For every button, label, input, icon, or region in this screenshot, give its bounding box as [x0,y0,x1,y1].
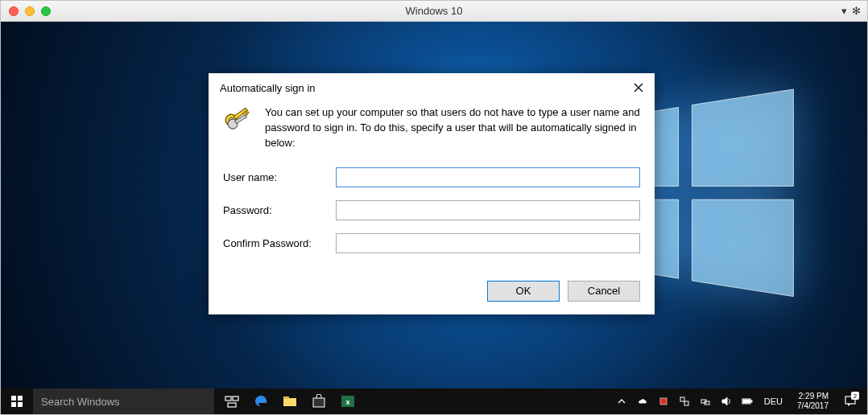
system-tray: DEU 2:29 PM 7/4/2017 2 [614,388,862,414]
action-center-icon[interactable]: 2 [840,388,861,414]
confirm-password-row: Confirm Password: [223,233,640,253]
dialog-button-row: OK Cancel [209,279,655,314]
confirm-password-label: Confirm Password: [223,237,336,249]
svg-rect-21 [283,397,289,399]
tray-vm-tools-icon[interactable] [677,394,692,409]
username-row: User name: [223,167,640,187]
tray-battery-icon[interactable] [740,394,754,409]
vm-controls: ▾ ✻ [841,5,861,17]
auto-signin-dialog: Automatically sign in [209,73,655,314]
username-label: User name: [223,171,336,183]
excel-icon[interactable]: x [333,388,362,414]
mac-titlebar: Windows 10 ▾ ✻ [1,1,867,22]
username-input[interactable] [336,167,640,187]
confirm-password-input[interactable] [336,233,640,253]
svg-rect-26 [680,397,684,401]
svg-rect-14 [18,396,23,401]
dialog-title: Automatically sign in [220,82,316,94]
svg-rect-19 [228,403,236,407]
close-icon[interactable] [630,80,647,96]
dialog-description-row: You can set up your computer so that use… [223,104,640,151]
gear-icon[interactable]: ✻ [852,5,861,17]
tray-date: 7/4/2017 [797,401,829,411]
svg-marker-30 [722,397,727,405]
svg-rect-15 [11,402,16,407]
svg-text:x: x [345,398,349,406]
tray-network-icon[interactable] [698,394,713,409]
svg-rect-32 [750,401,752,402]
tray-clock[interactable]: 2:29 PM 7/4/2017 [792,392,833,411]
ok-button[interactable]: OK [487,281,560,302]
tray-volume-icon[interactable] [719,394,734,409]
task-view-icon[interactable] [217,388,246,414]
pinned-apps: x [217,388,362,414]
svg-rect-25 [660,398,667,405]
svg-rect-18 [233,397,238,401]
store-icon[interactable] [304,388,333,414]
search-placeholder: Search Windows [41,396,120,408]
svg-rect-20 [283,398,296,406]
dialog-body: You can set up your computer so that use… [209,104,655,279]
svg-rect-17 [225,397,231,401]
tray-time: 2:29 PM [799,392,829,401]
search-input[interactable]: Search Windows [33,388,214,414]
dialog-titlebar: Automatically sign in [209,73,655,104]
vm-viewport: Automatically sign in [1,22,867,414]
svg-marker-1 [692,89,793,186]
edge-icon[interactable] [246,388,275,414]
password-input[interactable] [336,200,640,220]
start-button[interactable] [1,388,33,414]
tray-security-icon[interactable] [656,394,671,409]
tray-chevron-up-icon[interactable] [614,394,629,409]
file-explorer-icon[interactable] [275,388,304,414]
tray-language[interactable]: DEU [761,397,786,406]
dropdown-indicator-icon[interactable]: ▾ [841,5,847,17]
password-row: Password: [223,200,640,220]
svg-rect-16 [18,402,23,407]
keys-icon [223,105,255,138]
notification-badge: 2 [851,392,859,400]
window-title: Windows 10 [1,5,867,17]
cancel-button[interactable]: Cancel [568,281,640,302]
svg-rect-33 [743,400,750,403]
svg-rect-22 [313,398,324,407]
taskbar: Search Windows x [1,388,867,414]
svg-marker-3 [692,199,793,296]
svg-rect-27 [684,401,688,405]
tray-onedrive-icon[interactable] [635,394,650,409]
svg-rect-13 [11,396,16,401]
password-label: Password: [223,204,336,216]
dialog-description: You can set up your computer so that use… [265,105,640,151]
vm-host-window: Windows 10 ▾ ✻ Automatically [0,0,868,415]
